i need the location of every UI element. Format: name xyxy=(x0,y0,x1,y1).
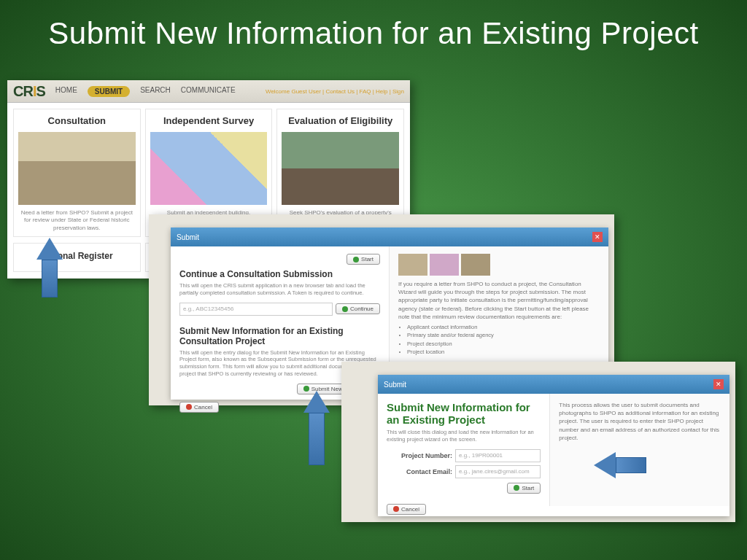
dialog-titlebar: Submit ✕ xyxy=(378,375,729,394)
right-desc: This process allows the user to submit d… xyxy=(559,401,721,442)
cancel-button[interactable]: Cancel xyxy=(387,504,426,515)
thumb-image xyxy=(430,254,459,276)
section-desc: This will open the CRIS submit applicati… xyxy=(179,282,380,297)
close-icon[interactable]: ✕ xyxy=(592,232,603,242)
dialog-desc: This will close this dialog and load the… xyxy=(387,429,541,443)
dialog-titlebar: Submit ✕ xyxy=(171,228,608,246)
screenshot-new-info-dialog: Submit ✕ Submit New Information for an E… xyxy=(341,362,735,522)
continue-button[interactable]: Continue xyxy=(336,303,380,314)
start-button[interactable]: Start xyxy=(507,483,541,494)
section-title: Submit New Information for an Existing C… xyxy=(179,326,380,346)
navbar: CRIS HOME SUBMIT SEARCH COMMUNICATE Welc… xyxy=(7,80,410,103)
card-image xyxy=(282,132,399,205)
cancel-button[interactable]: Cancel xyxy=(179,402,219,413)
card-national-register[interactable]: National Register xyxy=(13,243,141,272)
contact-email-input[interactable]: e.g., jane.cires@gmail.com xyxy=(455,465,541,478)
card-consultation[interactable]: Consultation Need a letter from SHPO? Su… xyxy=(13,109,141,237)
project-number-input[interactable]: e.g., 19PR00001 xyxy=(455,449,541,462)
right-intro: If you require a letter from SHPO to con… xyxy=(398,280,600,321)
card-title: Evaluation of Eligibility xyxy=(277,109,403,132)
card-title: Independent Survey xyxy=(146,109,272,132)
card-image xyxy=(18,132,136,205)
nav-search[interactable]: SEARCH xyxy=(140,86,171,97)
close-icon[interactable]: ✕ xyxy=(713,379,724,389)
slide-title: Submit New Information for an Existing P… xyxy=(0,0,747,51)
card-desc: Need a letter from SHPO? Submit a projec… xyxy=(14,205,140,236)
callout-arrow xyxy=(594,452,652,478)
dialog-heading: Submit New Information for an Existing P… xyxy=(387,401,541,426)
token-input[interactable]: e.g., ABC12345456 xyxy=(179,303,333,316)
card-title: National Register xyxy=(14,244,140,268)
cris-logo: CRIS xyxy=(13,83,45,100)
start-button[interactable]: Start xyxy=(347,254,380,265)
contact-email-label: Contact Email: xyxy=(387,468,452,475)
section-title: Continue a Consultation Submission xyxy=(179,269,380,279)
callout-arrow xyxy=(36,238,63,296)
requirements-list: Applicant contact information Primary st… xyxy=(407,324,600,357)
card-image xyxy=(150,132,268,205)
dialog-title: Submit xyxy=(384,381,406,389)
nav-submit[interactable]: SUBMIT xyxy=(88,86,130,97)
dialog-title: Submit xyxy=(177,233,199,241)
welcome-text: Welcome Guest User | Contact Us | FAQ | … xyxy=(266,88,404,95)
callout-arrow xyxy=(303,391,330,449)
nav-home[interactable]: HOME xyxy=(55,86,77,97)
project-number-label: Project Number: xyxy=(387,452,452,459)
thumb-image xyxy=(461,254,490,276)
nav-communicate[interactable]: COMMUNICATE xyxy=(181,86,236,97)
thumb-image xyxy=(398,254,427,276)
card-title: Consultation xyxy=(14,109,140,132)
